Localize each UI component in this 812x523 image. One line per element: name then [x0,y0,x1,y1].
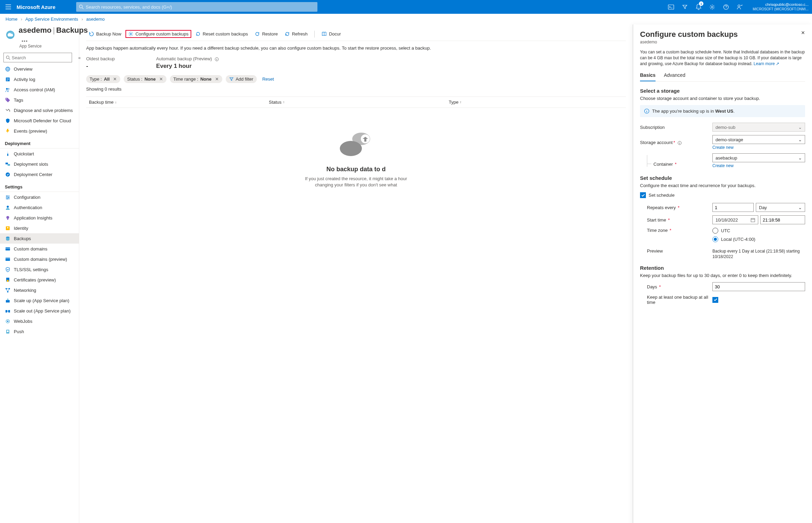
nav-item-certificates-preview-[interactable]: Certificates (preview) [0,275,79,285]
tz-local-radio[interactable] [712,236,718,242]
hamburger-menu[interactable] [0,0,17,14]
storage-account-select[interactable]: demo-storage ⌄ [712,135,805,144]
svg-point-46 [340,141,362,156]
nav-item-authentication[interactable]: Authentication [0,202,79,213]
insights-icon [5,215,10,221]
nav-item-events-preview-[interactable]: Events (preview) [0,126,79,136]
svg-point-24 [6,216,9,219]
start-time-input[interactable] [760,215,805,224]
cloud-shell-icon[interactable] [665,0,677,14]
svg-point-14 [6,98,7,99]
filter-row: Type : All✕ Status : None✕ Time range : … [86,75,626,83]
slots-icon [5,161,10,167]
svg-point-5 [738,5,740,7]
nav-item-deployment-center[interactable]: Deployment Center [0,169,79,180]
reset-custom-backups-button[interactable]: Reset custom backups [193,30,251,38]
nav-item-scale-out-app-service-plan-[interactable]: Scale out (App Service plan) [0,306,79,316]
nav-item-access-control-iam-[interactable]: Access control (IAM) [0,84,79,95]
keep-one-label: Keep at least one backup at all time [647,295,712,305]
feedback-icon[interactable] [734,0,746,14]
auto-backup-value: Every 1 hour [156,63,192,69]
crumb-home[interactable]: Home [6,17,18,22]
days-input[interactable] [712,282,805,291]
more-actions-button[interactable]: ... [21,35,28,43]
filter-timerange[interactable]: Time range : None✕ [170,75,222,83]
info-icon[interactable] [215,57,219,61]
nav-item-custom-domains[interactable]: Custom domains [0,244,79,254]
col-type[interactable]: Type ↑ [446,100,626,105]
nav-item-overview[interactable]: Overview [0,64,79,74]
nav-item-microsoft-defender-for-cloud[interactable]: Microsoft Defender for Cloud [0,115,79,126]
repeats-number-input[interactable] [712,203,754,212]
help-icon[interactable] [720,0,732,14]
nav-item-tls-ssl-settings[interactable]: TLS/SSL settings [0,264,79,275]
info-icon[interactable] [678,141,682,145]
backup-now-button[interactable]: Backup Now [86,30,124,38]
notifications-icon[interactable]: 1 [693,0,704,14]
global-search-input[interactable] [86,4,315,10]
repeats-unit-select[interactable]: Day⌄ [756,203,805,212]
refresh-button[interactable]: Refresh [282,30,311,38]
set-schedule-checkbox[interactable] [640,192,646,198]
tz-utc-radio[interactable] [712,228,718,234]
close-panel-button[interactable]: ✕ [801,30,805,35]
restore-button[interactable]: Restore [252,30,281,38]
nav-item-application-insights[interactable]: Application Insights [0,213,79,223]
nav-item-backups[interactable]: Backups [0,233,79,244]
restore-icon [255,31,260,37]
menu-search[interactable] [3,53,72,62]
crumb-ase[interactable]: App Service Environments [26,17,78,22]
svg-point-15 [9,110,10,111]
keep-one-checkbox[interactable] [712,297,718,303]
nav-item-label: Push [14,329,24,334]
nav-item-custom-domains-preview-[interactable]: Custom domains (preview) [0,254,79,264]
col-status[interactable]: Status ↑ [266,100,446,105]
nav-item-identity[interactable]: Identity [0,223,79,233]
nav-item-diagnose-and-solve-problems[interactable]: Diagnose and solve problems [0,105,79,115]
documentation-button[interactable]: Docur [319,30,344,38]
global-search[interactable] [76,2,317,12]
backups-icon [5,236,10,241]
learn-more-link[interactable]: Learn more ↗ [754,61,780,66]
nav-item-networking[interactable]: Networking [0,285,79,295]
start-date-input[interactable]: 10/18/2022 [712,215,758,224]
add-filter-button[interactable]: Add filter [226,75,257,83]
nav-item-tags[interactable]: Tags [0,95,79,105]
nav-item-webjobs[interactable]: WebJobs [0,316,79,326]
container-select[interactable]: asebackup ⌄ [712,153,805,162]
account-info[interactable]: chrisqpublic@contoso.c... MICROSOFT (MIC… [749,2,812,11]
depcenter-icon [5,172,10,177]
nav-item-activity-log[interactable]: Activity log [0,74,79,84]
svg-point-40 [7,320,8,322]
nav-item-configuration[interactable]: Configuration [0,192,79,202]
domains-icon [5,246,10,252]
nav-section-deployment: Deployment [0,137,79,148]
nav-item-deployment-slots[interactable]: Deployment slots [0,159,79,169]
diagnose-icon [5,107,10,113]
close-icon[interactable]: ✕ [113,76,117,82]
topbar-actions: 1 [665,0,749,14]
nav-item-quickstart[interactable]: Quickstart [0,148,79,159]
sort-up-icon: ↑ [460,100,461,104]
close-icon[interactable]: ✕ [215,76,219,82]
tab-basics[interactable]: Basics [640,72,656,81]
create-new-storage-link[interactable]: Create new [712,145,733,150]
crumb-resource[interactable]: asedemo [86,17,104,22]
configure-custom-backups-button[interactable]: Configure custom backups [125,30,191,38]
filter-type[interactable]: Type : All✕ [86,75,120,83]
reset-filters-link[interactable]: Reset [262,76,274,82]
menu-search-input[interactable] [12,55,70,60]
panel-tabs: Basics Advanced [640,72,805,82]
nav-item-push[interactable]: Push [0,326,79,337]
filter-icon[interactable] [679,0,691,14]
settings-icon[interactable] [707,0,718,14]
filter-status[interactable]: Status : None✕ [124,75,166,83]
col-backup-time[interactable]: Backup time ↓ [86,100,266,105]
repeats-every-label: Repeats every * [647,205,712,210]
create-new-container-link[interactable]: Create new [712,163,733,168]
sort-down-icon: ↓ [115,100,117,104]
configure-backups-panel: Configure custom backups asedemo ✕ You c… [633,24,812,523]
tab-advanced[interactable]: Advanced [664,72,685,81]
nav-item-scale-up-app-service-plan-[interactable]: Scale up (App Service plan) [0,295,79,306]
close-icon[interactable]: ✕ [159,76,163,82]
